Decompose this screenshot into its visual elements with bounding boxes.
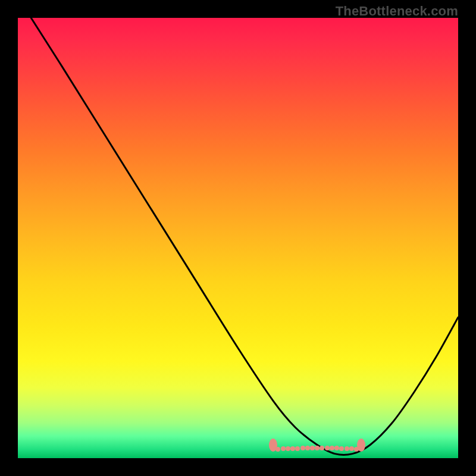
curve-svg [18,18,458,458]
highlight-dot [305,446,310,450]
highlight-dot [295,446,300,451]
plot-area [18,18,458,458]
highlight-dot [290,446,295,451]
highlight-dot [310,446,315,450]
highlight-dot [339,446,344,451]
highlight-dot [286,446,290,451]
highlight-dot [330,446,334,450]
highlight-dot [325,446,330,450]
bottleneck-curve [31,18,458,455]
chart-container: TheBottleneck.com [0,0,476,476]
highlight-dot [349,446,354,451]
watermark-text: TheBottleneck.com [336,4,458,19]
highlight-dot [345,446,349,451]
highlight-dot [300,446,305,450]
highlight-dot [354,447,359,452]
